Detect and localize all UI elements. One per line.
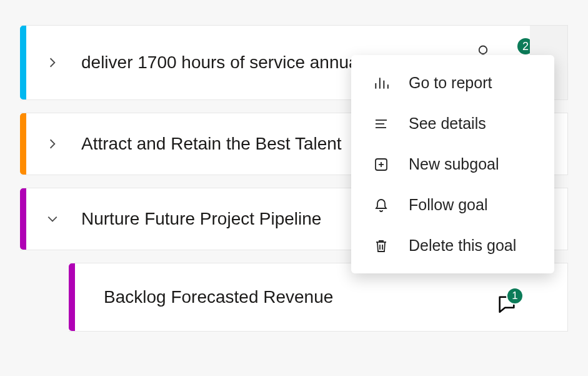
menu-go-to-report[interactable]: Go to report <box>351 63 554 103</box>
comment-count-badge: 1 <box>506 287 524 305</box>
chevron-right-icon <box>47 57 58 68</box>
menu-label: Go to report <box>409 74 492 92</box>
goal-context-menu: Go to report See details New subgoal Fol… <box>351 55 554 273</box>
trash-icon <box>372 237 390 255</box>
expand-toggle[interactable] <box>42 134 62 154</box>
accent-bar <box>20 113 26 175</box>
accent-bar <box>20 26 26 99</box>
chevron-down-icon <box>47 213 58 225</box>
menu-label: See details <box>409 114 486 133</box>
expand-toggle[interactable] <box>42 53 62 73</box>
menu-follow-goal[interactable]: Follow goal <box>351 185 554 225</box>
menu-new-subgoal[interactable]: New subgoal <box>351 144 554 185</box>
menu-see-details[interactable]: See details <box>351 103 554 144</box>
menu-delete-goal[interactable]: Delete this goal <box>351 225 554 266</box>
menu-label: Follow goal <box>409 196 487 214</box>
menu-label: New subgoal <box>409 155 499 173</box>
menu-label: Delete this goal <box>409 236 516 255</box>
list-icon <box>372 115 390 133</box>
plus-square-icon <box>372 156 390 173</box>
chevron-right-icon <box>47 138 58 150</box>
bar-chart-icon <box>372 74 390 92</box>
accent-bar <box>20 188 26 250</box>
expand-toggle[interactable] <box>42 209 62 229</box>
comments-button[interactable]: 1 <box>496 293 517 315</box>
bell-icon <box>372 196 390 214</box>
svg-point-0 <box>479 46 487 54</box>
accent-bar <box>69 263 75 331</box>
